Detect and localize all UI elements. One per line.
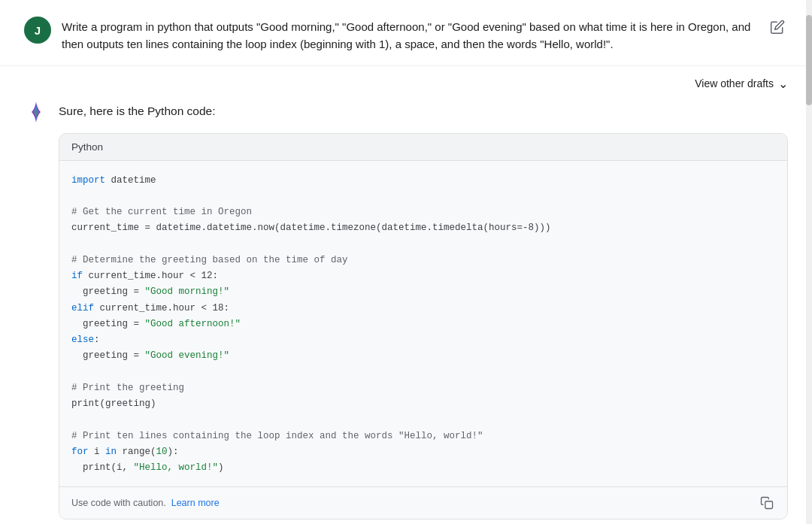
copy-code-button[interactable] <box>759 495 775 511</box>
user-message-row: J Write a program in python that outputs… <box>0 0 812 66</box>
code-content: import datetime # Get the current time i… <box>59 161 787 487</box>
avatar: J <box>24 17 51 44</box>
drafts-bar: View other drafts ⌄ <box>24 66 788 98</box>
code-block: Python import datetime # Get the current… <box>59 133 788 520</box>
edit-button[interactable] <box>767 17 788 40</box>
drafts-btn-label: View other drafts <box>695 77 774 89</box>
ai-response-area: View other drafts ⌄ <box>0 66 812 525</box>
page-wrapper: J Write a program in python that outputs… <box>0 0 812 524</box>
caution-footer: Use code with caution. Learn more <box>59 486 787 519</box>
chevron-down-icon: ⌄ <box>778 77 788 91</box>
scrollbar-thumb[interactable] <box>806 15 812 105</box>
learn-more-link[interactable]: Learn more <box>171 498 220 508</box>
ai-intro-text: Sure, here is the Python code: <box>59 98 216 120</box>
view-other-drafts-button[interactable]: View other drafts ⌄ <box>695 77 788 91</box>
caution-text: Use code with caution. Learn more <box>71 498 220 508</box>
code-block-header: Python <box>59 134 787 161</box>
user-message-text: Write a program in python that outputs "… <box>62 15 756 53</box>
gemini-icon <box>24 100 48 124</box>
scrollbar-track[interactable] <box>806 0 812 524</box>
ai-header-row: Sure, here is the Python code: <box>24 98 788 124</box>
svg-rect-0 <box>765 501 773 509</box>
